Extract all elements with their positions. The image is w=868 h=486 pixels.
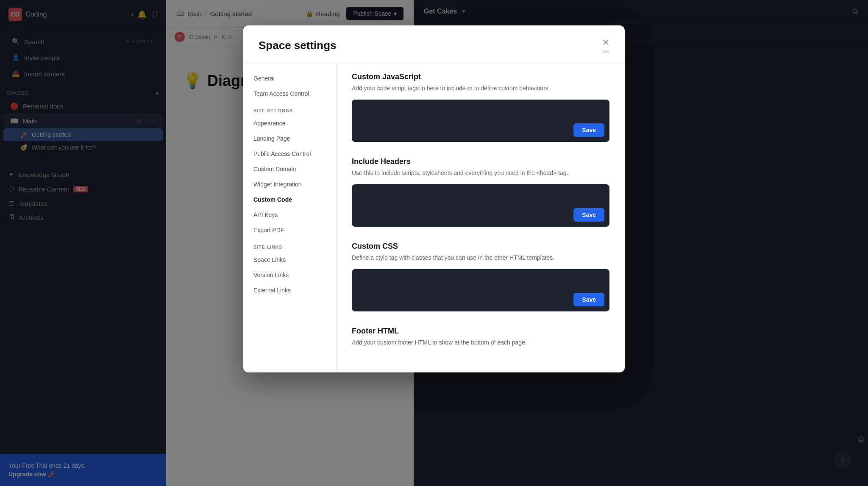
nav-general[interactable]: General bbox=[243, 71, 336, 86]
nav-version-links[interactable]: Version Links bbox=[243, 267, 336, 283]
nav-custom-code[interactable]: Custom Code bbox=[243, 192, 336, 207]
custom-js-editor[interactable]: Save bbox=[352, 100, 609, 142]
modal-header: Space settings ✕ esc bbox=[243, 25, 625, 62]
nav-section-site-links: SITE LINKS bbox=[243, 238, 336, 252]
nav-public-access[interactable]: Public Access Control bbox=[243, 146, 336, 161]
nav-external-links[interactable]: External Links bbox=[243, 283, 336, 298]
footer-html-desc: Add your custom footer HTML to show at t… bbox=[352, 338, 609, 347]
nav-team-access[interactable]: Team Access Control bbox=[243, 86, 336, 101]
custom-js-title: Custom JavaScript bbox=[352, 72, 609, 81]
custom-css-section: Custom CSS Define a style tag with class… bbox=[352, 242, 609, 311]
nav-landing-page[interactable]: Landing Page bbox=[243, 131, 336, 146]
modal-esc-label: esc bbox=[602, 48, 609, 53]
include-headers-editor[interactable]: Save bbox=[352, 184, 609, 227]
nav-api-keys[interactable]: API Keys bbox=[243, 207, 336, 222]
modal-overlay: Space settings ✕ esc General Team Access… bbox=[0, 0, 868, 486]
custom-css-desc: Define a style tag with classes that you… bbox=[352, 253, 609, 262]
nav-export-pdf[interactable]: Export PDF bbox=[243, 222, 336, 238]
space-settings-modal: Space settings ✕ esc General Team Access… bbox=[243, 25, 625, 372]
footer-html-title: Footer HTML bbox=[352, 327, 609, 336]
include-headers-desc: Use this to include scripts, stylesheets… bbox=[352, 169, 609, 178]
custom-css-title: Custom CSS bbox=[352, 242, 609, 251]
custom-css-save-button[interactable]: Save bbox=[573, 293, 604, 306]
custom-javascript-section: Custom JavaScript Add your code script t… bbox=[352, 72, 609, 142]
modal-close-button[interactable]: ✕ esc bbox=[602, 37, 609, 53]
footer-html-section: Footer HTML Add your custom footer HTML … bbox=[352, 327, 609, 347]
modal-title: Space settings bbox=[259, 39, 602, 52]
include-headers-section: Include Headers Use this to include scri… bbox=[352, 157, 609, 227]
nav-custom-domain[interactable]: Custom Domain bbox=[243, 161, 336, 177]
custom-js-desc: Add your code script tags in here to inc… bbox=[352, 84, 609, 93]
custom-css-editor[interactable]: Save bbox=[352, 269, 609, 311]
include-headers-save-button[interactable]: Save bbox=[573, 208, 604, 222]
nav-widget-integration[interactable]: Widget Integration bbox=[243, 177, 336, 192]
modal-sidebar: General Team Access Control SITE SETTING… bbox=[243, 62, 337, 372]
nav-space-links[interactable]: Space Links bbox=[243, 252, 336, 267]
close-x-icon: ✕ bbox=[602, 37, 609, 47]
nav-appearance[interactable]: Appearance bbox=[243, 116, 336, 131]
include-headers-title: Include Headers bbox=[352, 157, 609, 166]
nav-section-site-settings: SITE SETTINGS bbox=[243, 101, 336, 116]
modal-content: Custom JavaScript Add your code script t… bbox=[337, 62, 625, 372]
custom-js-save-button[interactable]: Save bbox=[573, 123, 604, 137]
modal-body: General Team Access Control SITE SETTING… bbox=[243, 62, 625, 372]
